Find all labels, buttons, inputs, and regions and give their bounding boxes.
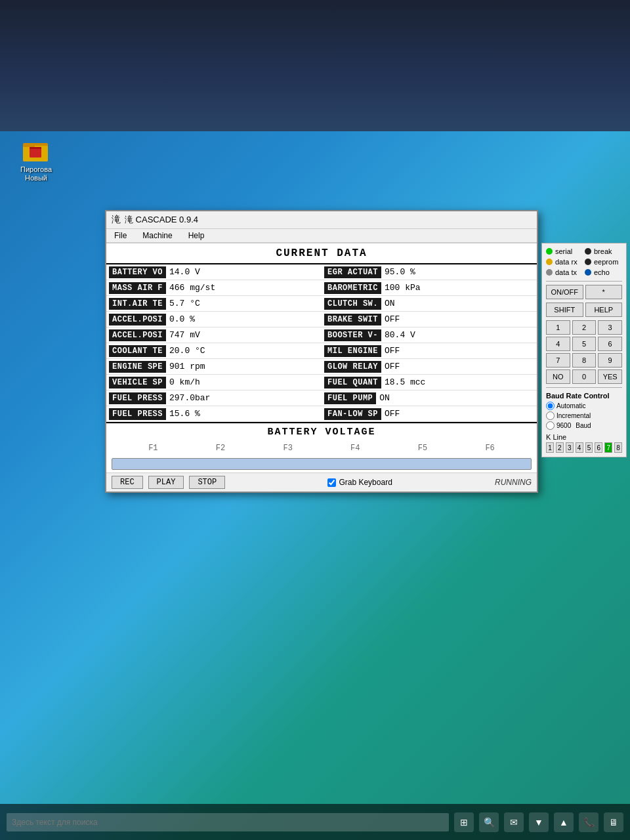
asterisk-button[interactable]: * bbox=[585, 285, 623, 299]
shift-button[interactable]: SHIFT bbox=[546, 303, 583, 317]
menu-file[interactable]: File bbox=[112, 230, 129, 241]
desktop: Пирогова Новый 滝 滝 CASCADE 0.9.4 File Ma… bbox=[0, 0, 630, 840]
accel-posi1-value: 0.0 % bbox=[166, 313, 198, 326]
vehicle-sp-value: 0 km/h bbox=[166, 376, 203, 388]
kline-2[interactable]: 2 bbox=[556, 442, 564, 453]
taskbar-icon-7[interactable]: 🖥 bbox=[604, 812, 623, 832]
f5-key: F5 bbox=[418, 444, 427, 453]
table-row: GLOW RELAY OFF bbox=[322, 359, 537, 375]
help-button[interactable]: HELP bbox=[585, 303, 623, 317]
taskbar-icon-3[interactable]: ✉ bbox=[504, 812, 524, 832]
accel-posi2-label: ACCEL.POSI bbox=[109, 329, 166, 341]
fuel-press1-label: FUEL PRESS bbox=[109, 392, 166, 404]
num-4-button[interactable]: 4 bbox=[546, 337, 570, 351]
grab-keyboard-checkbox[interactable] bbox=[327, 478, 336, 487]
folder-icon bbox=[23, 138, 49, 164]
baud-unit-label: Baud bbox=[576, 422, 591, 429]
num-9-button[interactable]: 9 bbox=[598, 353, 622, 368]
fuel-press1-value: 297.0bar bbox=[166, 392, 213, 404]
booster-v-value: 80.4 V bbox=[381, 329, 419, 341]
taskbar-icon-6[interactable]: 📞 bbox=[579, 812, 598, 832]
menu-machine[interactable]: Machine bbox=[140, 230, 175, 241]
f1-key: F1 bbox=[148, 444, 158, 453]
baud-incremental-option[interactable]: Incremental bbox=[546, 411, 622, 420]
f4-key: F4 bbox=[350, 444, 360, 453]
num-1-button[interactable]: 1 bbox=[546, 320, 570, 335]
baud-9600-option[interactable]: 9600 Baud bbox=[546, 421, 622, 430]
data-area: CURRENT DATA BATTERY VO 14.0 V EGR ACTUA… bbox=[106, 243, 537, 492]
grab-keyboard-control[interactable]: Grab Keyboard bbox=[327, 478, 392, 487]
baud-9600-label: 9600 bbox=[556, 422, 571, 429]
battery-voltage-header: BATTERY VOLTAGE bbox=[106, 422, 537, 441]
table-row: BOOSTER V- 80.4 V bbox=[322, 327, 537, 343]
num-5-button[interactable]: 5 bbox=[572, 337, 597, 351]
num-2-button[interactable]: 2 bbox=[572, 320, 597, 335]
num-8-button[interactable]: 8 bbox=[572, 353, 597, 368]
table-row: ACCEL.POSI 0.0 % bbox=[106, 312, 322, 327]
taskbar-search-input[interactable] bbox=[7, 813, 449, 831]
baud-automatic-label: Automatic bbox=[556, 402, 585, 410]
kline-5[interactable]: 5 bbox=[585, 442, 593, 453]
table-row: MIL ENGINE OFF bbox=[322, 343, 537, 359]
table-row: BATTERY VO 14.0 V bbox=[106, 264, 322, 280]
datarx-label: data rx bbox=[555, 258, 578, 266]
egr-actuat-label: EGR ACTUAT bbox=[324, 266, 381, 278]
current-data-header: CURRENT DATA bbox=[106, 243, 537, 264]
num-7-button[interactable]: 7 bbox=[546, 353, 570, 368]
desktop-icon-label: Пирогова Новый bbox=[20, 165, 52, 182]
eeprom-dot bbox=[585, 259, 591, 265]
kline-8[interactable]: 8 bbox=[614, 442, 622, 453]
serial-label: serial bbox=[555, 247, 572, 255]
baud-incremental-label: Incremental bbox=[556, 412, 591, 419]
kline-3[interactable]: 3 bbox=[566, 442, 574, 453]
coolant-te-label: COOLANT TE bbox=[109, 345, 166, 357]
window-title-icon: 滝 bbox=[112, 214, 121, 226]
rec-button[interactable]: REC bbox=[112, 476, 143, 489]
taskbar-icon-4[interactable]: ▼ bbox=[529, 812, 549, 832]
baud-automatic-option[interactable]: Automatic bbox=[546, 402, 622, 410]
baud-incremental-radio[interactable] bbox=[546, 411, 555, 420]
egr-actuat-value: 95.0 % bbox=[381, 266, 419, 278]
menu-help[interactable]: Help bbox=[186, 230, 207, 241]
num-0-button[interactable]: 0 bbox=[572, 369, 597, 384]
battery-vol-value: 14.0 V bbox=[166, 266, 203, 278]
num-6-button[interactable]: 6 bbox=[598, 337, 622, 351]
grab-keyboard-label: Grab Keyboard bbox=[339, 478, 392, 487]
data-grid: BATTERY VO 14.0 V EGR ACTUAT 95.0 % MASS… bbox=[106, 264, 537, 422]
taskbar-icon-1[interactable]: ⊞ bbox=[454, 812, 474, 832]
fan-low-sp-label: FAN-LOW SP bbox=[324, 408, 381, 420]
brake-swit-label: BRAKE SWIT bbox=[324, 314, 381, 326]
num-3-button[interactable]: 3 bbox=[598, 320, 622, 335]
kline-section: K Line 1 2 3 4 5 6 7 8 bbox=[546, 433, 622, 453]
baud-automatic-radio[interactable] bbox=[546, 402, 555, 410]
kline-6[interactable]: 6 bbox=[595, 442, 602, 453]
clutch-sw-value: ON bbox=[381, 297, 398, 310]
on-off-row: ON/OFF * bbox=[546, 285, 622, 299]
running-status: RUNNING bbox=[495, 478, 532, 487]
serial-indicator: serial bbox=[546, 247, 583, 255]
brake-swit-value: OFF bbox=[381, 313, 403, 326]
no-button[interactable]: NO bbox=[546, 369, 570, 384]
engine-spe-label: ENGINE SPE bbox=[109, 361, 166, 373]
table-row: COOLANT TE 20.0 °C bbox=[106, 343, 322, 359]
play-button[interactable]: PLAY bbox=[148, 476, 184, 489]
kline-1[interactable]: 1 bbox=[546, 442, 554, 453]
mil-engine-value: OFF bbox=[381, 345, 403, 357]
taskbar-icon-5[interactable]: ▲ bbox=[554, 812, 574, 832]
kline-4[interactable]: 4 bbox=[576, 442, 583, 453]
fuel-quant-label: FUEL QUANT bbox=[324, 377, 381, 388]
glow-relay-label: GLOW RELAY bbox=[324, 361, 381, 373]
table-row: ENGINE SPE 901 rpm bbox=[106, 359, 322, 375]
kline-title: K Line bbox=[546, 433, 622, 441]
desktop-icon[interactable]: Пирогова Новый bbox=[13, 138, 59, 182]
on-off-button[interactable]: ON/OFF bbox=[546, 285, 583, 299]
break-dot bbox=[585, 248, 591, 255]
playback-controls: REC PLAY STOP bbox=[112, 476, 225, 489]
vehicle-sp-label: VEHICLE SP bbox=[109, 377, 166, 388]
taskbar-icon-2[interactable]: 🔍 bbox=[479, 812, 499, 832]
baud-9600-radio[interactable] bbox=[546, 421, 555, 430]
barometric-value: 100 kPa bbox=[381, 282, 424, 294]
yes-button[interactable]: YES bbox=[598, 369, 622, 384]
kline-7[interactable]: 7 bbox=[604, 442, 612, 453]
stop-button[interactable]: STOP bbox=[189, 476, 225, 489]
